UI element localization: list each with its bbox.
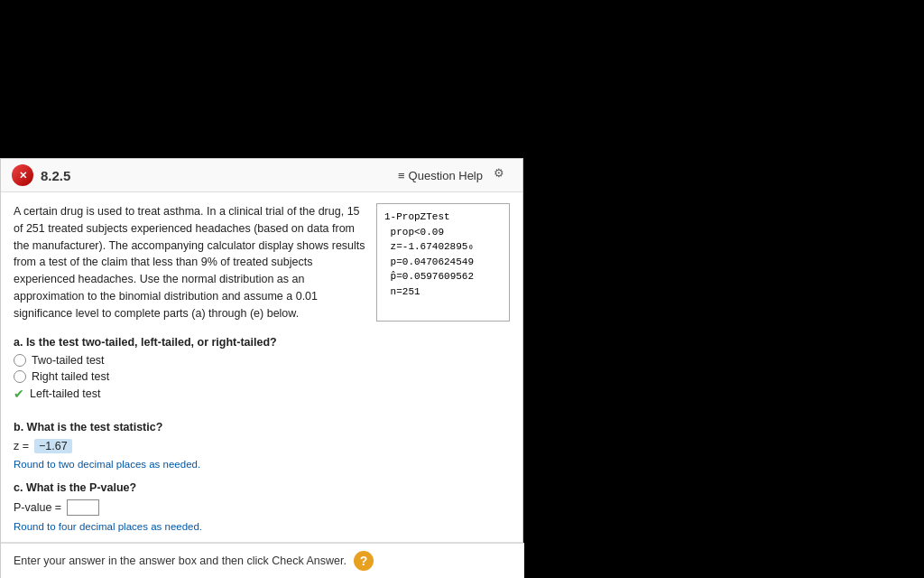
answer-bar: Enter your answer in the answer box and … — [1, 543, 524, 578]
option-two-tailed[interactable]: Two-tailed test — [14, 354, 510, 367]
calc-line-2: prop<0.09 — [384, 225, 502, 240]
question-text: A certain drug is used to treat asthma. … — [14, 203, 367, 322]
help-symbol: ? — [360, 554, 368, 568]
part-c-hint: Round to four decimal places as needed. — [14, 521, 202, 532]
pvalue-prefix: P-value = — [14, 501, 61, 514]
pvalue-row: P-value = — [14, 499, 510, 516]
help-icon[interactable]: ? — [354, 551, 374, 571]
option-right-tailed[interactable]: Right tailed test — [14, 370, 510, 383]
radio-group: Two-tailed test Right tailed test ✔ Left… — [14, 354, 510, 401]
calc-line-5: p̂=0.0597609562 — [384, 269, 502, 284]
radio-right-tailed[interactable] — [14, 370, 26, 383]
option-left-tailed-label: Left-tailed test — [30, 387, 101, 400]
part-c-label: c. What is the P-value? — [14, 481, 510, 494]
header-right: ≡ Question Help ⚙ — [398, 166, 512, 184]
part-a-section: a. Is the test two-tailed, left-tailed, … — [1, 332, 522, 419]
question-help-button[interactable]: ≡ Question Help — [398, 169, 483, 182]
gear-icon[interactable]: ⚙ — [494, 166, 512, 184]
part-a-label: a. Is the test two-tailed, left-tailed, … — [14, 336, 510, 349]
logo-icon: ✕ — [12, 164, 33, 186]
option-right-tailed-label: Right tailed test — [32, 370, 109, 383]
radio-two-tailed[interactable] — [14, 354, 26, 367]
question-help-label: Question Help — [409, 169, 483, 182]
z-value: −1.67 — [34, 439, 72, 453]
answer-bar-text: Enter your answer in the answer box and … — [14, 555, 346, 567]
logo-text: ✕ — [19, 170, 27, 182]
calc-line-4: p=0.0470624549 — [384, 255, 502, 270]
part-b-section: b. What is the test statistic? z = −1.67… — [1, 419, 522, 480]
calc-line-3: z=-1.67402895₀ — [384, 239, 502, 255]
content-area: A certain drug is used to treat asthma. … — [1, 192, 522, 332]
stat-row: z = −1.67 — [14, 439, 510, 453]
checkmark-icon: ✔ — [14, 387, 24, 401]
calculator-display: 1-PropZTest prop<0.09 z=-1.67402895₀ p=0… — [376, 203, 510, 322]
pvalue-input[interactable] — [67, 499, 99, 516]
part-c-section: c. What is the P-value? P-value = Round … — [1, 480, 522, 542]
menu-icon: ≡ — [398, 169, 405, 182]
option-two-tailed-label: Two-tailed test — [32, 354, 105, 367]
header-bar: ✕ 8.2.5 ≡ Question Help ⚙ — [1, 159, 522, 192]
z-prefix: z = — [14, 440, 29, 452]
part-b-label: b. What is the test statistic? — [14, 421, 510, 434]
calc-line-6: n=251 — [384, 284, 502, 300]
option-left-tailed[interactable]: ✔ Left-tailed test — [14, 387, 510, 401]
calc-line-1: 1-PropZTest — [384, 210, 502, 225]
section-title: 8.2.5 — [41, 168, 70, 183]
part-b-hint: Round to two decimal places as needed. — [14, 459, 200, 470]
header-left: ✕ 8.2.5 — [12, 164, 70, 186]
